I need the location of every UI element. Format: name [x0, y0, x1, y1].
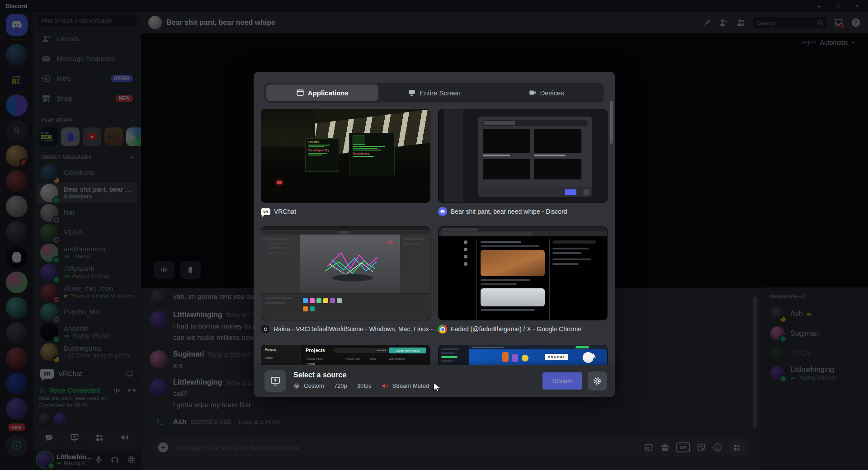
modal-scrollbar[interactable]	[610, 101, 613, 144]
vrchat-preview: Credits Developed By Assistance	[261, 109, 430, 202]
select-source-title: Select a source	[293, 371, 346, 379]
vrchat-site-preview: VRCHAT	[439, 345, 607, 365]
stream-button[interactable]: Stream	[542, 372, 582, 390]
framerate[interactable]: 30fps	[357, 382, 372, 389]
tab-devices[interactable]: Devices	[490, 85, 602, 101]
source-thumbnail-chrome-x[interactable]	[438, 226, 608, 320]
resolution[interactable]: 720p	[334, 382, 347, 389]
source-caption-chrome-x: Faded (@fadedthegame) / X - Google Chrom…	[438, 324, 581, 334]
applications-icon	[296, 89, 304, 97]
gear-icon	[593, 376, 602, 385]
tab-entire-screen[interactable]: Entire Screen	[378, 85, 491, 101]
screen-share-modal: Applications Entire Screen Devices Credi…	[254, 72, 615, 397]
unity-icon	[261, 324, 270, 334]
vrchat-icon: VR	[261, 208, 270, 215]
source-caption-discord: Bear shit pant, bear need whipe - Discor…	[438, 207, 567, 216]
monitor-icon	[408, 89, 416, 97]
source-thumbnail-unity-hub[interactable]: Projects Learn Projects List View Create…	[261, 345, 430, 365]
x-browser-preview	[439, 227, 607, 320]
stream-settings-summary: Custom · 720p · 30fps · Stream Muted	[293, 382, 429, 389]
gear-icon	[293, 383, 300, 389]
source-thumbnail-unity[interactable]	[261, 226, 430, 320]
chrome-icon	[438, 324, 447, 334]
source-thumbnail-discord[interactable]	[438, 109, 608, 203]
video-camera-icon	[528, 89, 537, 97]
source-thumbnail-vrchat[interactable]: Credits Developed By Assistance	[261, 109, 430, 203]
stream-settings-button[interactable]	[588, 371, 607, 390]
mouse-cursor	[433, 382, 443, 393]
quality-mode[interactable]: Custom	[304, 382, 324, 389]
discord-icon	[438, 207, 447, 216]
select-source-icon	[264, 370, 286, 392]
source-thumbnail-vrchat-site[interactable]: VRCHAT	[438, 345, 608, 365]
discord-app: Discord – □ × Noel's RL S	[0, 0, 868, 470]
tab-applications[interactable]: Applications	[266, 85, 378, 101]
source-tabs: Applications Entire Screen Devices	[264, 83, 604, 103]
source-caption-vrchat: VR VRChat	[261, 207, 296, 216]
source-caption-unity: Raina - VRCDefaultWorldScene - Windows, …	[261, 324, 440, 334]
speaker-muted-icon	[382, 382, 388, 389]
stream-muted-label: Stream Muted	[392, 382, 429, 389]
create-project-button: Create New Project	[389, 348, 426, 353]
discord-window-preview	[439, 109, 607, 202]
unity-hub-preview: Projects Learn Projects List View Create…	[261, 345, 430, 365]
unity-editor-preview	[261, 227, 430, 320]
